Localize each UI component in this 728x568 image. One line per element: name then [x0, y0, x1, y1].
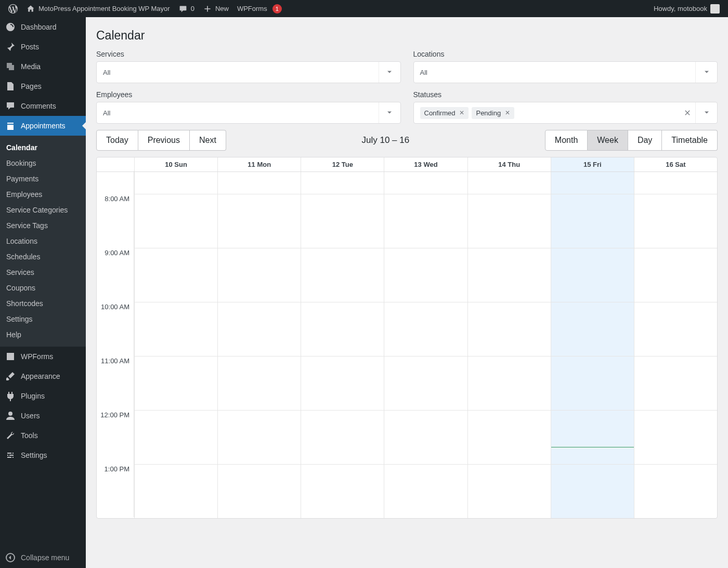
wp-logo[interactable]	[4, 0, 22, 17]
time-slot[interactable]	[134, 410, 217, 464]
clear-all-icon[interactable]	[680, 109, 695, 116]
time-slot[interactable]	[634, 410, 717, 464]
services-select[interactable]: All	[96, 61, 401, 83]
filter-locations: Locations All	[413, 50, 718, 83]
sidebar-item-tools[interactable]: Tools	[0, 426, 86, 445]
time-slot[interactable]	[384, 356, 467, 410]
sidebar-item-settings[interactable]: Settings	[0, 445, 86, 465]
previous-button[interactable]: Previous	[138, 130, 190, 151]
sidebar-item-media[interactable]: Media	[0, 57, 86, 76]
time-slot[interactable]	[217, 464, 301, 518]
sidebar-item-users[interactable]: Users	[0, 406, 86, 426]
time-slot[interactable]	[384, 410, 467, 464]
tag-remove-icon[interactable]: ✕	[459, 109, 464, 116]
sub-item-calendar[interactable]: Calendar	[0, 140, 86, 155]
time-slot[interactable]	[301, 410, 384, 464]
allday-slot[interactable]	[301, 172, 384, 194]
sub-item-bookings[interactable]: Bookings	[0, 155, 86, 171]
time-slot[interactable]	[634, 248, 717, 302]
month-view-button[interactable]: Month	[545, 130, 588, 151]
time-slot[interactable]	[467, 356, 551, 410]
timetable-view-button[interactable]: Timetable	[662, 130, 718, 151]
allday-slot[interactable]	[384, 172, 467, 194]
allday-slot[interactable]	[134, 172, 217, 194]
time-slot[interactable]	[384, 194, 467, 248]
time-slot[interactable]	[551, 464, 634, 518]
allday-slot[interactable]	[634, 172, 717, 194]
wpforms-link[interactable]: WPForms 1	[233, 0, 286, 17]
new-link[interactable]: New	[199, 0, 233, 17]
sidebar-item-comments[interactable]: Comments	[0, 96, 86, 116]
time-slot[interactable]	[217, 302, 301, 356]
time-slot[interactable]	[217, 356, 301, 410]
time-slot[interactable]	[634, 302, 717, 356]
time-slot[interactable]	[134, 194, 217, 248]
day-view-button[interactable]: Day	[628, 130, 662, 151]
sub-item-schedules[interactable]: Schedules	[0, 249, 86, 265]
time-slot[interactable]	[551, 356, 634, 410]
allday-slot[interactable]	[217, 172, 301, 194]
time-slot[interactable]	[634, 356, 717, 410]
sub-item-services[interactable]: Services	[0, 265, 86, 280]
allday-slot[interactable]	[467, 172, 551, 194]
time-slot[interactable]	[467, 464, 551, 518]
brush-icon	[5, 371, 16, 381]
sidebar-item-plugins[interactable]: Plugins	[0, 386, 86, 406]
locations-select[interactable]: All	[413, 61, 718, 83]
statuses-select[interactable]: Confirmed✕ Pending✕	[413, 102, 718, 124]
comments-link[interactable]: 0	[174, 0, 199, 17]
allday-slot[interactable]	[551, 172, 634, 194]
time-label: 1:00 PM	[97, 463, 134, 517]
time-slot[interactable]	[551, 302, 634, 356]
sidebar-item-appearance[interactable]: Appearance	[0, 366, 86, 386]
time-slot[interactable]	[384, 464, 467, 518]
time-slot[interactable]	[551, 248, 634, 302]
time-slot[interactable]	[384, 302, 467, 356]
time-slot[interactable]	[467, 194, 551, 248]
sidebar-item-dashboard[interactable]: Dashboard	[0, 17, 86, 37]
time-slot[interactable]	[551, 410, 634, 464]
time-slot[interactable]	[301, 356, 384, 410]
sub-item-coupons[interactable]: Coupons	[0, 280, 86, 296]
calendar-icon	[5, 121, 16, 131]
next-button[interactable]: Next	[190, 130, 226, 151]
week-view-button[interactable]: Week	[588, 130, 628, 151]
sub-item-service-tags[interactable]: Service Tags	[0, 218, 86, 233]
sub-item-locations[interactable]: Locations	[0, 233, 86, 249]
sub-item-service-categories[interactable]: Service Categories	[0, 202, 86, 218]
time-slot[interactable]	[217, 248, 301, 302]
time-slot[interactable]	[551, 194, 634, 248]
time-slot[interactable]	[134, 248, 217, 302]
time-slot[interactable]	[467, 410, 551, 464]
account-link[interactable]: Howdy, motobook	[649, 0, 724, 17]
sub-item-shortcodes[interactable]: Shortcodes	[0, 296, 86, 311]
time-slot[interactable]	[301, 194, 384, 248]
time-slot[interactable]	[634, 194, 717, 248]
sub-item-payments[interactable]: Payments	[0, 171, 86, 187]
time-slot[interactable]	[217, 194, 301, 248]
time-slot[interactable]	[217, 410, 301, 464]
time-slot[interactable]	[467, 248, 551, 302]
time-slot[interactable]	[634, 464, 717, 518]
time-slot[interactable]	[301, 302, 384, 356]
time-slot[interactable]	[134, 356, 217, 410]
collapse-menu[interactable]: Collapse menu	[0, 547, 86, 568]
site-link[interactable]: MotoPress Appointment Booking WP Mayor	[22, 0, 174, 17]
time-slot[interactable]	[467, 302, 551, 356]
sub-item-help[interactable]: Help	[0, 327, 86, 342]
time-slot[interactable]	[134, 464, 217, 518]
sidebar-item-posts[interactable]: Posts	[0, 37, 86, 57]
time-slot[interactable]	[384, 248, 467, 302]
today-button[interactable]: Today	[96, 130, 138, 151]
time-slot[interactable]	[301, 248, 384, 302]
tag-remove-icon[interactable]: ✕	[505, 109, 510, 116]
sub-item-settings[interactable]: Settings	[0, 311, 86, 327]
time-slot[interactable]	[301, 464, 384, 518]
sidebar-item-wpforms[interactable]: WPForms	[0, 347, 86, 366]
sub-item-employees[interactable]: Employees	[0, 187, 86, 202]
time-slot[interactable]	[134, 302, 217, 356]
employees-select[interactable]: All	[96, 102, 401, 124]
sidebar-item-appointments[interactable]: Appointments	[0, 116, 86, 136]
chevron-down-icon	[379, 102, 400, 123]
sidebar-item-pages[interactable]: Pages	[0, 76, 86, 96]
